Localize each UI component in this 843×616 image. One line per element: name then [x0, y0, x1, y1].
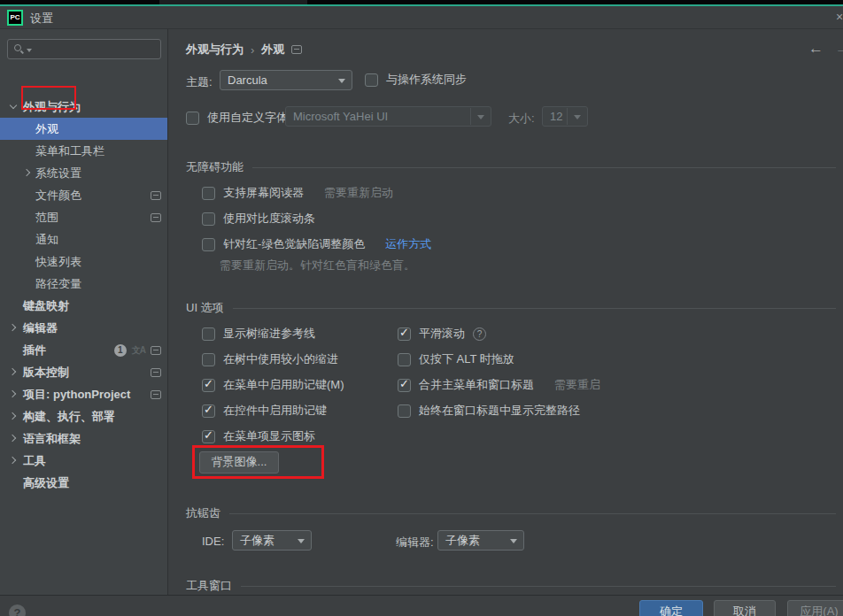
control-mnemonics-checkbox[interactable] [202, 404, 215, 418]
section-title: 无障碍功能 [186, 159, 244, 175]
sidebar-item-label: 文件颜色 [35, 184, 81, 206]
sidebar-item-system-settings[interactable]: 系统设置 [0, 162, 167, 184]
chevron-right-icon[interactable] [10, 412, 18, 420]
colorblind-adjust-checkbox-row[interactable]: 针对红-绿色觉缺陷调整颜色 运作方式 [202, 236, 431, 252]
chevron-down-icon [574, 115, 581, 119]
section-title: 工具窗口 [186, 578, 232, 594]
sidebar-item-advanced-settings[interactable]: 高级设置 [0, 472, 167, 494]
chevron-down-icon [510, 539, 517, 543]
alt-drag-checkbox[interactable] [398, 353, 411, 366]
ide-antialias-label: IDE: [202, 535, 224, 548]
sidebar-item-file-colors[interactable]: 文件颜色 [0, 184, 167, 206]
sidebar-item-label: 语言和框架 [23, 427, 81, 450]
custom-font-label: 使用自定义字体: [207, 110, 291, 126]
window-icon [151, 368, 161, 377]
sidebar-item-project[interactable]: 项目: pythonProject [0, 383, 167, 405]
sidebar-item-tools[interactable]: 工具 [0, 450, 167, 472]
ide-antialias-select[interactable]: 子像素 [232, 530, 312, 551]
sidebar-item-quick-lists[interactable]: 快速列表 [0, 250, 167, 273]
sidebar-item-scopes[interactable]: 范围 [0, 206, 167, 228]
help-icon[interactable]: ? [473, 327, 486, 341]
contrast-scrollbars-checkbox-row[interactable]: 使用对比度滚动条 [202, 211, 315, 227]
sidebar-item-label: 构建、执行、部署 [23, 405, 115, 427]
chevron-right-icon[interactable] [10, 457, 18, 465]
ui-options-section-header: UI 选项 [186, 300, 836, 316]
settings-search-input[interactable] [7, 39, 161, 59]
screen-reader-checkbox-row[interactable]: 支持屏幕阅读器 需要重新启动 [202, 185, 393, 201]
chevron-right-icon[interactable] [10, 324, 18, 332]
theme-value: Darcula [228, 71, 267, 89]
ok-button[interactable]: 确定 [639, 600, 703, 616]
apply-button[interactable]: 应用(A) [787, 600, 843, 616]
sidebar-item-label: 系统设置 [35, 162, 81, 184]
screen-reader-checkbox[interactable] [202, 187, 215, 200]
tree-indent-guides-checkbox-row[interactable]: 显示树缩进参考线 [202, 326, 315, 342]
ide-antialias-value: 子像素 [240, 531, 275, 550]
cancel-button[interactable]: 取消 [714, 600, 776, 616]
sidebar-item-appearance[interactable]: 外观 [0, 118, 167, 140]
sidebar-item-keymap[interactable]: 键盘映射 [0, 295, 167, 317]
annotation-box-background-image [192, 445, 324, 479]
chevron-down-icon[interactable] [10, 103, 18, 111]
theme-select[interactable]: Darcula [220, 70, 352, 90]
window-icon [151, 213, 161, 222]
custom-font-checkbox-row[interactable]: 使用自定义字体: [186, 110, 291, 126]
sidebar-item-label: 通知 [35, 228, 58, 250]
sidebar-item-path-variables[interactable]: 路径变量 [0, 273, 167, 295]
colorblind-adjust-checkbox[interactable] [202, 238, 215, 251]
sidebar-item-build-execution-deployment[interactable]: 构建、执行、部署 [0, 405, 167, 427]
menu-icons-checkbox[interactable] [202, 430, 215, 443]
menu-icons-checkbox-row[interactable]: 在菜单项显示图标 [202, 428, 315, 444]
merge-menu-title-checkbox[interactable] [398, 379, 411, 392]
custom-font-checkbox[interactable] [186, 112, 199, 125]
section-divider [229, 513, 836, 514]
window-title: 设置 [30, 11, 53, 27]
sidebar-item-languages-frameworks[interactable]: 语言和框架 [0, 427, 167, 450]
merge-menu-title-label: 合并主菜单和窗口标题 [419, 377, 534, 393]
back-arrow-icon[interactable]: ← [808, 40, 824, 58]
titlebar: PC 设置 × [0, 6, 843, 29]
breadcrumb-current: 外观 [261, 42, 284, 58]
how-it-works-link[interactable]: 运作方式 [385, 236, 431, 252]
smaller-tree-indent-checkbox-row[interactable]: 在树中使用较小的缩进 [202, 351, 338, 367]
font-size-value: 12 [550, 107, 562, 126]
footer-bar: ? 确定 取消 应用(A) [0, 595, 843, 616]
tree-indent-guides-checkbox[interactable] [202, 327, 215, 341]
menu-mnemonics-checkbox[interactable] [202, 379, 215, 392]
sync-os-checkbox[interactable] [365, 73, 378, 87]
alt-drag-checkbox-row[interactable]: 仅按下 ALT 时拖放 [398, 351, 514, 367]
chevron-right-icon[interactable] [24, 169, 32, 177]
close-icon[interactable]: × [836, 10, 843, 24]
sidebar-item-menus-toolbars[interactable]: 菜单和工具栏 [0, 140, 167, 162]
smaller-tree-indent-checkbox[interactable] [202, 353, 215, 366]
smooth-scrolling-checkbox-row[interactable]: 平滑滚动 ? [398, 326, 486, 342]
smooth-scrolling-checkbox[interactable] [398, 327, 411, 341]
chevron-down-icon [298, 539, 305, 543]
sidebar-item-editor[interactable]: 编辑器 [0, 317, 167, 339]
sidebar-item-label: 项目: pythonProject [23, 383, 130, 405]
sidebar-item-version-control[interactable]: 版本控制 [0, 361, 167, 383]
sidebar-item-plugins[interactable]: 插件 1 文A [0, 339, 167, 361]
forward-arrow-icon[interactable]: → [835, 40, 843, 58]
chevron-right-icon[interactable] [10, 368, 18, 376]
full-path-title-checkbox[interactable] [398, 404, 411, 418]
sync-os-label: 与操作系统同步 [386, 72, 467, 88]
sidebar-item-label: 菜单和工具栏 [35, 140, 104, 162]
sync-os-checkbox-row[interactable]: 与操作系统同步 [365, 72, 467, 88]
tree-indent-guides-label: 显示树缩进参考线 [223, 326, 315, 342]
menu-mnemonics-checkbox-row[interactable]: 在菜单中启用助记键(M) [202, 377, 344, 393]
help-icon[interactable]: ? [9, 604, 26, 616]
sidebar-item-label: 插件 [23, 339, 46, 361]
search-history-chevron-icon[interactable] [27, 49, 32, 52]
chevron-right-icon[interactable] [10, 435, 18, 443]
breadcrumb-parent[interactable]: 外观与行为 [186, 42, 244, 58]
editor-antialias-select[interactable]: 子像素 [437, 530, 524, 551]
full-path-title-checkbox-row[interactable]: 始终在窗口标题中显示完整路径 [398, 403, 580, 419]
merge-menu-title-checkbox-row[interactable]: 合并主菜单和窗口标题 需要重启 [398, 377, 600, 393]
sidebar-item-notifications[interactable]: 通知 [0, 228, 167, 250]
chevron-right-icon[interactable] [10, 390, 18, 398]
contrast-scrollbars-checkbox[interactable] [202, 212, 215, 226]
control-mnemonics-checkbox-row[interactable]: 在控件中启用助记键 [202, 403, 327, 419]
sidebar-item-label: 工具 [23, 450, 46, 472]
search-icon [14, 44, 21, 51]
